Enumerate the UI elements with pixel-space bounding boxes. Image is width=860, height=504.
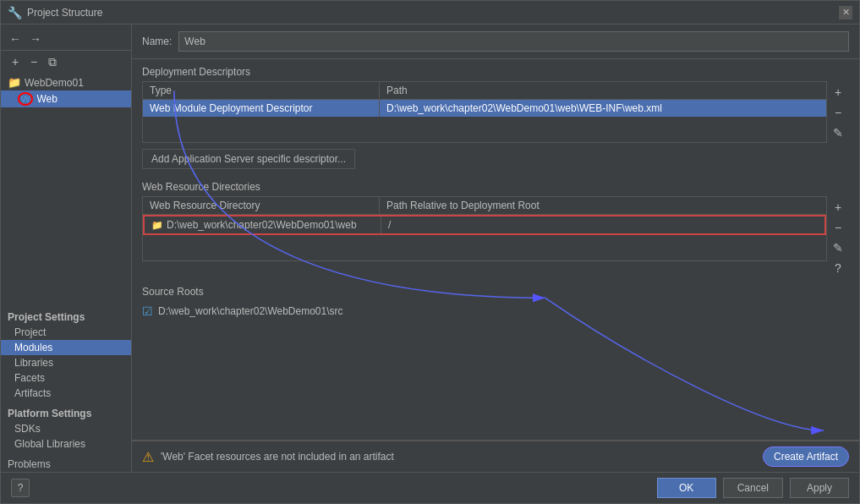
wr-edit-button[interactable]: ✎ — [829, 238, 847, 257]
back-button[interactable]: ← — [8, 31, 23, 47]
wr-col-path: Path Relative to Deployment Root — [380, 197, 826, 214]
wr-row-0[interactable]: 📁 D:\web_work\chapter02\WebDemo01\web / — [143, 215, 826, 235]
warning-row: ⚠ 'Web' Facet resources are not included… — [132, 441, 859, 472]
wr-col-dir: Web Resource Directory — [143, 197, 380, 214]
sidebar-item-libraries[interactable]: Libraries — [1, 355, 131, 370]
copy-module-button[interactable]: ⧉ — [45, 54, 60, 69]
dd-col-type: Type — [143, 82, 380, 99]
sidebar: ← → + − ⧉ 📁 WebDemo01 — [1, 25, 132, 472]
name-label: Name: — [142, 36, 172, 47]
wr-remove-button[interactable]: − — [829, 218, 847, 237]
dd-remove-button[interactable]: − — [829, 103, 847, 122]
wr-table: Web Resource Directory Path Relative to … — [142, 196, 827, 261]
sidebar-item-problems[interactable]: Problems — [1, 452, 131, 472]
sidebar-toolbar: + − ⧉ — [1, 51, 131, 73]
wr-cell-dir-0: D:\web_work\chapter02\WebDemo01\web — [167, 219, 357, 231]
wr-cell-path-0: / — [381, 216, 824, 233]
dd-col-path: Path — [380, 82, 826, 99]
tree-item-web-label: Web — [36, 93, 57, 105]
ok-button[interactable]: OK — [657, 478, 716, 498]
add-server-descriptor-button[interactable]: Add Application Server specific descript… — [142, 149, 355, 169]
cancel-button[interactable]: Cancel — [723, 478, 783, 498]
warning-icon: ⚠ — [142, 449, 154, 465]
create-artifact-button[interactable]: Create Artifact — [763, 446, 849, 467]
sidebar-item-modules[interactable]: Modules — [1, 340, 131, 355]
folder-small-icon: 📁 — [151, 220, 163, 231]
help-button[interactable]: ? — [11, 479, 30, 497]
app-icon: 🔧 — [8, 6, 22, 19]
name-row: Name: — [132, 25, 859, 59]
sidebar-item-global-libraries[interactable]: Global Libraries — [1, 436, 131, 452]
dd-cell-type-0: Web Module Deployment Descriptor — [143, 100, 380, 117]
wr-add-button[interactable]: + — [829, 198, 847, 216]
source-root-row[interactable]: ☑ D:\web_work\chapter02\WebDemo01\src — [142, 301, 849, 321]
web-module-icon: W — [18, 92, 33, 106]
right-panel: Name: Deployment Descriptors Type Path — [132, 25, 859, 472]
source-roots-title: Source Roots — [142, 286, 849, 298]
dd-cell-path-0: D:\web_work\chapter02\WebDemo01\web\WEB-… — [380, 100, 826, 117]
source-root-path: D:\web_work\chapter02\WebDemo01\src — [158, 305, 343, 317]
sidebar-item-artifacts[interactable]: Artifacts — [1, 386, 131, 401]
sidebar-item-facets[interactable]: Facets — [1, 370, 131, 386]
folder-icon: 📁 — [8, 76, 21, 89]
sidebar-item-sdks[interactable]: SDKs — [1, 421, 131, 436]
dd-row-0[interactable]: Web Module Deployment Descriptor D:\web_… — [143, 100, 826, 117]
deployment-descriptors-table: Type Path Web Module Deployment Descript… — [142, 81, 827, 143]
web-resource-directories-section: Web Resource Directories Web Resource Di… — [132, 178, 859, 282]
warning-text: 'Web' Facet resources are not included i… — [161, 451, 756, 463]
wr-title: Web Resource Directories — [142, 181, 849, 193]
deployment-descriptors-title: Deployment Descriptors — [142, 66, 849, 78]
tree-item-label: WebDemo01 — [25, 77, 84, 89]
remove-module-button[interactable]: − — [26, 54, 41, 69]
tree-item-web[interactable]: W Web — [1, 90, 131, 107]
dd-edit-button[interactable]: ✎ — [829, 123, 847, 142]
sidebar-item-project[interactable]: Project — [1, 325, 131, 340]
platform-settings-label: Platform Settings — [1, 401, 131, 421]
source-roots-section: Source Roots ☑ D:\web_work\chapter02\Web… — [132, 282, 859, 325]
dd-side-actions: + − ✎ — [827, 81, 849, 144]
add-module-button[interactable]: + — [8, 54, 23, 69]
project-settings-label: Project Settings — [1, 304, 131, 325]
tree-item-webdemo01[interactable]: 📁 WebDemo01 — [1, 74, 131, 90]
deployment-descriptors-section: Deployment Descriptors Type Path Web Mod… — [132, 59, 859, 178]
forward-button[interactable]: → — [28, 31, 43, 47]
wr-help-button[interactable]: ? — [829, 259, 847, 277]
name-input[interactable] — [178, 31, 849, 52]
title-bar: 🔧 Project Structure ✕ — [1, 1, 859, 25]
checkbox-icon[interactable]: ☑ — [142, 304, 153, 318]
window-title: Project Structure — [27, 7, 102, 19]
footer: ? OK Cancel Apply — [1, 472, 859, 503]
dd-add-button[interactable]: + — [829, 83, 847, 101]
module-tree: 📁 WebDemo01 W Web — [1, 73, 131, 304]
wr-side-actions: + − ✎ ? — [827, 196, 849, 279]
apply-button[interactable]: Apply — [790, 478, 849, 498]
close-button[interactable]: ✕ — [839, 6, 852, 19]
